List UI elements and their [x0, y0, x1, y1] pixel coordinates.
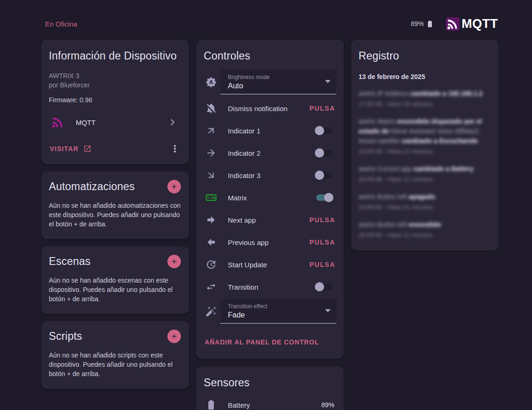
controls-card: Controles Brightness mode Auto Dismiss n… [196, 40, 344, 359]
log-event-2: cambiado a Escuchando [402, 137, 478, 145]
select-value: Auto [228, 82, 329, 90]
control-row: Next app PULSA [204, 209, 336, 231]
arrow-left-bold-icon [206, 237, 217, 248]
empty-section-text: Aún no se han añadido escenas con este d… [49, 276, 181, 304]
area-breadcrumb[interactable]: En Oficina [45, 20, 77, 28]
device-actions: VISITAR [49, 141, 181, 157]
empty-section-card: Escenas Aún no se han añadido escenas co… [41, 246, 189, 314]
overflow-menu-icon[interactable] [169, 143, 180, 154]
sensor-row[interactable]: Battery 89% [204, 394, 336, 410]
add-button[interactable] [167, 255, 181, 268]
left-column: Información de Dispositivo AWTRIX 3 por … [41, 40, 189, 389]
arrow-right-icon [206, 147, 217, 159]
logbook-entry: awtrix Button left apagado 16:59:50 - Ha… [359, 187, 491, 215]
toggle-switch[interactable] [315, 148, 333, 158]
section-title: Escenas [49, 255, 91, 268]
battery-icon [206, 399, 217, 410]
log-event: apagado [408, 193, 435, 200]
add-button[interactable] [167, 330, 181, 343]
log-event: cambiado a Battery [413, 165, 473, 172]
section-title: Automatizaciones [49, 180, 135, 193]
header-battery-percent: 89% [411, 20, 424, 27]
control-row: Indicator 3 [204, 164, 336, 186]
open-in-new-icon [83, 145, 92, 153]
visit-label: VISITAR [50, 145, 79, 152]
log-entity-link[interactable]: awtrix Button left [359, 193, 407, 200]
toggle-switch[interactable] [315, 193, 333, 202]
log-entity-link[interactable]: awtrix Button left [359, 221, 407, 228]
magic-wand-icon [206, 306, 217, 317]
press-button[interactable]: PULSA [309, 213, 336, 226]
log-timestamp: 16:59:50 - Hace 21 minutos [359, 204, 491, 211]
control-label: Previous app [228, 238, 309, 246]
chevron-down-icon [325, 309, 331, 312]
toggle-thumb [315, 282, 324, 291]
logbook-entry: awtrix IP Address cambiado a 192.168.1.2… [359, 84, 491, 112]
press-button[interactable]: PULSA [309, 236, 336, 249]
battery-icon [426, 20, 434, 28]
empty-cards: Automatizaciones Aún no se han añadido a… [41, 172, 189, 389]
control-row: Indicator 1 [204, 119, 336, 142]
toggle-switch[interactable] [315, 282, 333, 291]
select-label: Brightness mode [228, 74, 329, 80]
device-info-title: Información de Dispositivo [49, 50, 181, 62]
svg-text:7:30: 7:30 [207, 196, 216, 200]
log-timestamp: 16:59:38 - Hace 21 minutos [359, 176, 491, 183]
control-label: Indicator 1 [228, 127, 315, 135]
control-label: Indicator 2 [228, 149, 315, 157]
device-manufacturer: por Blueforcer [49, 80, 181, 90]
logbook-title: Registro [359, 50, 491, 62]
log-entity-link[interactable]: awtrix Matrix [359, 118, 395, 125]
press-button[interactable]: PULSA [309, 102, 336, 115]
mqtt-logo-text: MQTT [462, 17, 498, 31]
log-timestamp: 16:59:50 - Hace 21 minutos [359, 231, 491, 238]
press-button[interactable]: PULSA [309, 258, 336, 271]
select-label: Transition effect [228, 303, 329, 310]
integration-name: MQTT [76, 119, 165, 126]
mqtt-logo-icon [446, 17, 459, 31]
empty-section-text: Aún no se han añadido automatizaciones c… [49, 201, 181, 229]
control-label: Transition [228, 283, 315, 291]
right-column: Registro 13 de febrero de 2025 awtrix IP… [351, 40, 499, 251]
add-button[interactable] [167, 180, 181, 193]
logbook-entry: awtrix Matrix encendido disparado por el… [359, 112, 491, 159]
log-timestamp: 17:00:35 - Hace 14 minutos [359, 100, 491, 107]
empty-section-card: Automatizaciones Aún no se han añadido a… [41, 172, 189, 239]
add-to-dashboard-button[interactable]: AÑADIR AL PANEL DE CONTROL [204, 335, 320, 350]
transition-effect-row: Transition effect Fade [204, 299, 336, 324]
control-row: Indicator 2 [204, 142, 336, 164]
top-bar: En Oficina 89% MQTT [41, 17, 499, 31]
header-battery: 89% [411, 20, 433, 28]
device-model-manufacturer: AWTRIX 3 por Blueforcer [49, 71, 181, 90]
log-entity-link[interactable]: awtrix IP Address [359, 90, 409, 97]
device-firmware: Firmware: 0.98 [49, 96, 181, 104]
arrow-top-right-icon [206, 125, 217, 136]
device-page: En Oficina 89% MQTT Información de Dispo… [41, 0, 499, 410]
device-model: AWTRIX 3 [49, 71, 181, 80]
visit-button[interactable]: VISITAR [49, 141, 93, 157]
sensor-value: 89% [321, 401, 334, 409]
device-info-card: Información de Dispositivo AWTRIX 3 por … [41, 40, 189, 164]
control-row: Dismiss notification PULSA [204, 97, 336, 119]
middle-column: Controles Brightness mode Auto Dismiss n… [196, 40, 344, 410]
log-entity-link[interactable]: awtrix Current app [359, 165, 412, 172]
empty-section-card: Scripts Aún no se han añadido scripts co… [41, 321, 189, 389]
control-label: Start Update [228, 261, 309, 269]
toggle-thumb [324, 193, 333, 202]
sensor-label: Battery [228, 401, 321, 409]
transition-effect-select[interactable]: Transition effect Fade [220, 299, 336, 324]
toggle-switch[interactable] [315, 171, 333, 180]
sensor-rows: Battery 89% [204, 394, 336, 410]
control-label: Matrix [228, 194, 315, 202]
logbook-entries: awtrix IP Address cambiado a 192.168.1.2… [359, 84, 491, 243]
top-bar-right: 89% MQTT [411, 17, 498, 31]
brightness-mode-select[interactable]: Brightness mode Auto [220, 70, 336, 94]
integration-row-mqtt[interactable]: MQTT [49, 111, 181, 133]
plus-icon [170, 257, 178, 266]
logbook-date: 13 de febrero de 2025 [359, 73, 491, 80]
toggle-switch[interactable] [315, 126, 333, 135]
controls-title: Controles [204, 50, 336, 62]
log-event: encendido [408, 221, 441, 228]
section-title: Scripts [49, 330, 82, 343]
control-row: Transition [204, 276, 336, 298]
